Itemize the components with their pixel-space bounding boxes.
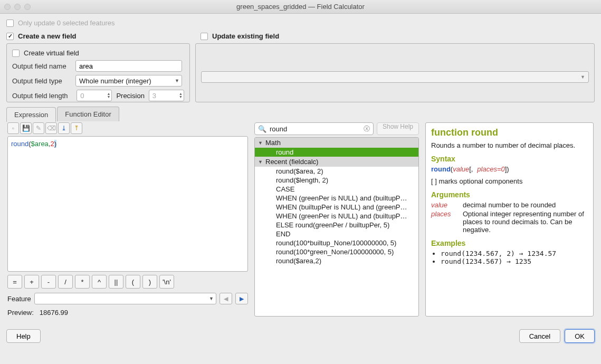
arg1-desc: decimal number to be rounded: [463, 201, 588, 209]
tree-item[interactable]: WHEN (greenPer is NULL) and (builtupP…: [255, 212, 418, 221]
tree-item[interactable]: round($area,2): [255, 256, 418, 265]
only-update-label: Only update 0 selected features: [18, 19, 115, 27]
update-existing-checkbox[interactable]: [201, 33, 208, 40]
clear-search-icon[interactable]: ⓧ: [364, 124, 370, 133]
spin-arrows-icon: ▲▼: [179, 92, 183, 99]
show-help-button: Show Help: [377, 122, 419, 135]
tree-item[interactable]: round($length, 2): [255, 176, 418, 185]
field-name-label: Output field name: [12, 62, 75, 70]
update-existing-label: Update existing field: [212, 32, 279, 40]
tab-expression[interactable]: Expression: [6, 107, 56, 122]
triangle-down-icon: ▼: [258, 159, 263, 165]
triangle-down-icon: ▼: [258, 140, 263, 146]
precision-label: Precision: [116, 92, 144, 100]
operator-button[interactable]: (: [126, 275, 140, 289]
field-length-label: Output field length: [12, 92, 72, 100]
help-title: function round: [431, 127, 588, 138]
operator-button[interactable]: ): [142, 275, 157, 289]
spin-arrows-icon: ▲▼: [107, 92, 110, 99]
save-icon[interactable]: 💾: [20, 122, 32, 134]
arg1-name: value: [431, 201, 457, 209]
operator-button[interactable]: +: [24, 275, 39, 289]
tree-item[interactable]: END: [255, 229, 418, 238]
create-virtual-label: Create virtual field: [24, 49, 79, 57]
precision-value: 3: [152, 92, 156, 100]
field-name-input[interactable]: [75, 60, 182, 72]
chevron-down-icon: ▼: [580, 74, 585, 80]
feature-select[interactable]: ▼: [34, 293, 216, 304]
existing-field-select: ▼: [201, 71, 589, 83]
operator-button[interactable]: *: [75, 275, 90, 289]
field-type-label: Output field type: [12, 77, 75, 85]
help-ex2: round(1234.567) → 1235: [441, 257, 588, 265]
precision-spin: 3 ▲▼: [149, 90, 184, 101]
operator-button[interactable]: ^: [92, 275, 107, 289]
tree-item[interactable]: round(100*green_None/100000000, 5): [255, 247, 418, 256]
tree-item[interactable]: round($area, 2): [255, 167, 418, 176]
create-new-label: Create a new field: [18, 32, 77, 40]
export-icon[interactable]: ⤒: [71, 122, 82, 134]
search-value: round: [270, 125, 360, 133]
arg2-name: places: [431, 210, 457, 234]
tree-item[interactable]: WHEN (greenPer is NULL) and (builtupP…: [255, 194, 418, 203]
field-length-spin: 0 ▲▼: [77, 90, 112, 101]
help-ex1: round(1234.567, 2) → 1234.57: [441, 250, 588, 257]
create-new-checkbox[interactable]: [6, 33, 14, 40]
operator-button[interactable]: ||: [109, 275, 123, 289]
edit-icon: ✎: [33, 122, 44, 134]
create-virtual-checkbox[interactable]: [12, 50, 20, 57]
tree-group-math[interactable]: ▼Math: [255, 138, 418, 148]
help-button[interactable]: Help: [6, 329, 41, 343]
cancel-button[interactable]: Cancel: [519, 329, 560, 343]
operator-button[interactable]: /: [58, 275, 73, 289]
tree-item[interactable]: WHEN (builtupPer is NULL) and (greenP…: [255, 203, 418, 212]
help-syntax: round(value[, places=0]): [431, 165, 588, 173]
field-type-select[interactable]: Whole number (integer) ▼: [75, 75, 182, 87]
new-file-icon[interactable]: ▫: [7, 122, 19, 134]
tree-item[interactable]: CASE: [255, 185, 418, 194]
field-type-value: Whole number (integer): [79, 77, 151, 85]
help-panel: function round Rounds a number to number…: [425, 122, 594, 317]
operator-button[interactable]: -: [41, 275, 56, 289]
help-ex-h: Examples: [431, 239, 588, 247]
feature-label: Feature: [7, 295, 31, 303]
help-syntax-h: Syntax: [431, 155, 588, 163]
tree-group-recent[interactable]: ▼Recent (fieldcalc): [255, 157, 418, 167]
search-icon: 🔍: [258, 125, 266, 133]
only-update-checkbox: [6, 20, 14, 27]
operator-button[interactable]: =: [7, 275, 22, 289]
function-tree[interactable]: ▼Math round ▼Recent (fieldcalc) round($a…: [254, 137, 419, 317]
import-icon[interactable]: ⤓: [58, 122, 70, 134]
clear-icon: ⌫: [45, 122, 57, 134]
preview-label: Preview:: [7, 309, 34, 317]
ok-button[interactable]: OK: [565, 329, 595, 343]
arg2-desc: Optional integer representing number of …: [463, 210, 588, 234]
chevron-down-icon: ▼: [209, 296, 214, 301]
operator-button[interactable]: '\n': [159, 275, 174, 289]
expression-editor[interactable]: round($area,2): [7, 136, 248, 272]
tree-item[interactable]: round(100*builtup_None/100000000, 5): [255, 238, 418, 247]
function-search-input[interactable]: 🔍 round ⓧ: [254, 122, 374, 135]
help-args-h: Arguments: [431, 190, 588, 199]
field-length-value: 0: [80, 92, 84, 100]
update-field-panel: ▼: [195, 43, 595, 102]
preview-value: 18676.99: [40, 309, 68, 317]
titlebar: green_spaces_gridded — Field Calculator: [0, 0, 601, 14]
help-desc: Rounds a number to number of decimal pla…: [431, 141, 588, 149]
new-field-panel: Create virtual field Output field name O…: [6, 43, 190, 102]
window-title: green_spaces_gridded — Field Calculator: [0, 3, 601, 11]
help-opt-note: [ ] marks optional components: [431, 177, 588, 185]
tab-function-editor[interactable]: Function Editor: [57, 107, 119, 121]
chevron-down-icon: ▼: [175, 78, 179, 83]
tree-item-round[interactable]: round: [255, 148, 418, 157]
prev-feature-button: ◀: [220, 293, 232, 304]
next-feature-button[interactable]: ▶: [235, 293, 248, 304]
tree-item[interactable]: ELSE round(greenPer / builtupPer, 5): [255, 221, 418, 229]
